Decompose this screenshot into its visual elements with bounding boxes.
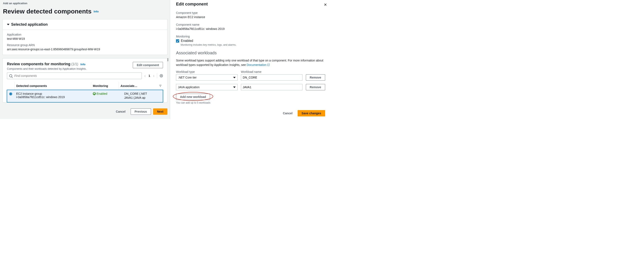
component-name-value: i-0a0858a7fd11cd51c: windows 2019: [176, 27, 325, 31]
caret-down-icon: [7, 24, 10, 25]
resource-group-arn-label: Resource group ARN: [7, 43, 163, 47]
workload-limit-hint: You can add up to 5 workloads: [176, 101, 325, 104]
cancel-button[interactable]: Cancel: [113, 108, 128, 115]
breadcrumb: Add an application: [0, 0, 170, 8]
selected-application-header[interactable]: Selected application: [3, 19, 167, 30]
workload-type-label: Workload type: [176, 70, 238, 73]
page-number: 1: [148, 74, 150, 77]
previous-button[interactable]: Previous: [131, 108, 151, 115]
component-name-label: Component name: [176, 23, 325, 26]
external-link-icon: [267, 63, 270, 65]
associated-workloads-heading: Associated workloads: [176, 51, 325, 55]
review-components-title: Review components for monitoring: [7, 62, 70, 66]
monitoring-status: Enabled: [93, 92, 107, 95]
svg-point-0: [161, 75, 162, 76]
page-title: Review detected components: [3, 8, 92, 15]
selected-application-title: Selected application: [11, 22, 48, 27]
component-id: i-0a0858a7fd11cd51c: windows 2019: [16, 95, 90, 99]
col-associated[interactable]: Associate… ▽: [119, 82, 163, 90]
review-info-link[interactable]: Info: [80, 63, 86, 66]
panel-cancel-button[interactable]: Cancel: [280, 110, 296, 116]
chevron-down-icon: [233, 77, 236, 78]
search-input-wrapper[interactable]: [7, 72, 142, 79]
list-item: JAVA1 (JAVA ap: [124, 96, 161, 99]
component-name: EC2 instance group: [16, 92, 90, 95]
resource-group-arn-value: arn:aws:resource-groups:us-east-1:856960…: [7, 48, 163, 51]
next-button[interactable]: Next: [153, 108, 168, 115]
search-icon: [9, 74, 12, 77]
table-row[interactable]: EC2 instance group i-0a0858a7fd11cd51c: …: [7, 90, 163, 102]
monitoring-enabled-checkbox[interactable]: [176, 39, 179, 43]
page-prev-icon[interactable]: ‹: [144, 74, 146, 78]
component-type-label: Component type: [176, 11, 325, 15]
settings-gear-icon[interactable]: [160, 74, 163, 77]
add-new-workload-button[interactable]: Add new workload: [176, 94, 210, 100]
components-table: Detected components Monitoring Associate…: [7, 82, 163, 102]
review-components-desc: Components and their workloads detected …: [7, 67, 86, 70]
chevron-down-icon: [233, 86, 236, 88]
search-input[interactable]: [14, 74, 140, 78]
monitoring-enabled-text: Enabled: [181, 39, 193, 43]
workload-name-input-1[interactable]: [241, 84, 302, 90]
left-pane: Add an application Review detected compo…: [0, 0, 170, 119]
workload-type-select-0[interactable]: .NET Core tier: [176, 74, 238, 81]
check-circle-icon: [93, 92, 96, 95]
page-info-link[interactable]: Info: [94, 10, 99, 13]
save-changes-button[interactable]: Save changes: [298, 110, 325, 116]
sort-icon[interactable]: ▽: [160, 84, 161, 87]
col-detected-components[interactable]: Detected components: [14, 82, 91, 90]
application-label: Application: [7, 33, 163, 36]
monitoring-label: Monitoring: [176, 35, 325, 38]
associated-workloads-desc: Some workload types support adding only …: [176, 58, 325, 67]
monitoring-help-text: Monitoring includes key metrics, logs, a…: [181, 43, 325, 46]
documentation-link[interactable]: Documentation: [246, 63, 270, 67]
right-pane: || × Edit component Component type Amazo…: [170, 0, 329, 119]
col-monitoring[interactable]: Monitoring: [91, 82, 119, 90]
workload-name-input-0[interactable]: [241, 74, 302, 81]
workload-type-select-1[interactable]: JAVA application: [176, 84, 238, 90]
remove-workload-button-0[interactable]: Remove: [306, 74, 325, 81]
application-value: test-MW-W19: [7, 37, 163, 40]
workload-name-label: Workload name: [241, 70, 302, 73]
panel-title: Edit component: [176, 2, 325, 7]
associated-workloads-list: DN_CORE (.NET JAVA1 (JAVA ap: [120, 92, 161, 99]
row-radio[interactable]: [9, 92, 12, 95]
list-item: DN_CORE (.NET: [124, 92, 161, 95]
page-next-icon[interactable]: ›: [153, 74, 154, 78]
review-components-card: Review components for monitoring (1/1) I…: [2, 58, 168, 102]
resize-handle-icon[interactable]: ||: [167, 58, 168, 61]
remove-workload-button-1[interactable]: Remove: [306, 84, 325, 90]
close-icon[interactable]: ×: [324, 2, 327, 8]
review-components-count: (1/1): [71, 62, 78, 66]
component-type-value: Amazon EC2 instance: [176, 15, 325, 19]
selected-application-card: Selected application Application test-MW…: [2, 19, 168, 55]
edit-component-button[interactable]: Edit component: [133, 62, 163, 68]
